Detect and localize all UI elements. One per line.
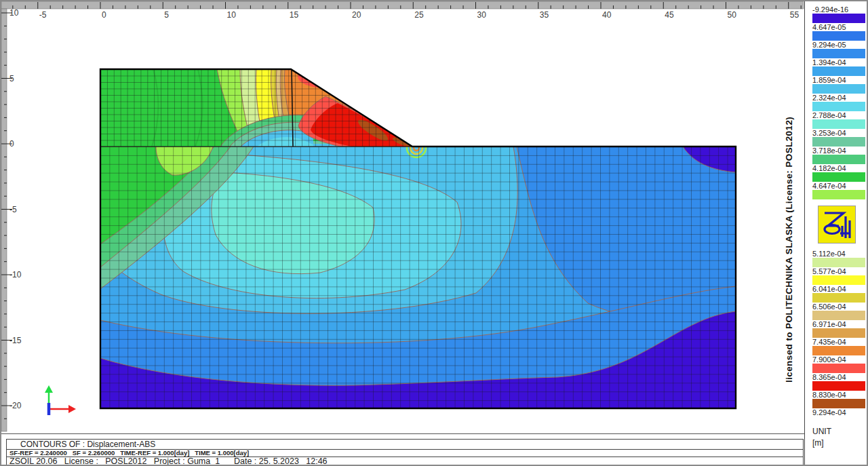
x-axis-arrow [68, 405, 76, 413]
legend-value: 6.506e-04 [812, 303, 868, 311]
svg-text:20: 20 [352, 10, 361, 20]
svg-text:15: 15 [290, 10, 299, 20]
legend-swatch [812, 258, 865, 267]
legend-value: 4.647e-04 [812, 182, 868, 190]
legend-value: 3.718e-04 [812, 147, 868, 155]
status-bar: CONTOURS OF : Displacement-ABS SF-REF = … [6, 439, 804, 465]
contours-of-label: CONTOURS OF : Displacement-ABS [7, 440, 803, 450]
legend-swatch [812, 364, 865, 373]
legend-swatch [812, 119, 865, 129]
legend-value: -9.294e-16 [812, 5, 868, 14]
legend-lower-block: 5.112e-045.577e-046.041e-046.506e-046.97… [805, 250, 868, 416]
app-window: -50510152025303540455055 -20-15-10-50510… [0, 0, 868, 466]
legend-value: 9.294e-04 [812, 408, 868, 416]
legend-swatch [812, 14, 865, 23]
left-ruler: -20-15-10-50510 [1, 8, 22, 431]
legend-swatch [812, 293, 865, 303]
svg-text:-5: -5 [9, 205, 17, 214]
license-banner: licensed to POLITECHNIKA SLASKA (License… [784, 60, 800, 383]
top-ruler: -50510152025303540455055 [1, 1, 804, 20]
legend-value: 5.577e-04 [812, 267, 868, 275]
legend-swatch [812, 102, 865, 111]
legend-swatch [812, 31, 865, 41]
legend-swatch [812, 66, 865, 76]
legend-swatch [812, 328, 865, 338]
legend-value: 8.365e-04 [812, 373, 868, 381]
svg-text:5: 5 [9, 74, 14, 83]
svg-text:5: 5 [164, 10, 169, 20]
svg-text:35: 35 [540, 10, 549, 20]
legend-value: 1.859e-04 [812, 76, 868, 84]
legend-value: 4.647e-05 [812, 23, 868, 31]
legend-panel: -9.294e-164.647e-059.294e-051.394e-041.8… [804, 1, 868, 466]
svg-text:30: 30 [477, 10, 487, 20]
legend-value: 6.971e-04 [812, 320, 868, 328]
unit-label: UNIT [812, 426, 868, 438]
legend-swatch [812, 137, 865, 147]
legend-value: 5.112e-04 [812, 250, 868, 258]
legend-swatch [812, 399, 865, 408]
legend-value: 2.324e-04 [812, 94, 868, 102]
app-version-project-info: ZSOIL 20.06 License : POSL2012 Project :… [7, 457, 803, 466]
legend-upper-block: -9.294e-164.647e-059.294e-051.394e-041.8… [805, 5, 868, 199]
y-axis-arrow [45, 385, 53, 393]
axes-triad-icon [45, 385, 76, 415]
legend-value: 1.394e-04 [812, 58, 868, 66]
svg-text:-5: -5 [39, 10, 47, 20]
legend-value: 9.294e-05 [812, 41, 868, 49]
svg-text:-20: -20 [9, 401, 22, 410]
legend-swatch [812, 49, 865, 58]
legend-swatch [812, 275, 865, 285]
legend-swatch [812, 190, 865, 199]
legend-value: 7.435e-04 [812, 338, 868, 346]
legend-value: 4.182e-04 [812, 164, 868, 172]
legend-value: 8.830e-04 [812, 391, 868, 399]
legend-value: 6.041e-04 [812, 285, 868, 293]
legend-unit-block: UNIT [m] [812, 426, 868, 449]
legend-swatch [812, 84, 865, 94]
plot-canvas[interactable]: -50510152025303540455055 -20-15-10-50510 [1, 1, 868, 466]
svg-text:-10: -10 [9, 270, 22, 279]
legend-swatch [812, 311, 865, 320]
legend-swatch [812, 155, 865, 164]
svg-text:40: 40 [602, 10, 612, 20]
legend-swatch [812, 172, 865, 182]
svg-text:0: 0 [102, 10, 106, 20]
unit-value: [m] [812, 438, 868, 449]
legend-value: 2.788e-04 [812, 111, 868, 119]
legend-swatch [812, 381, 865, 391]
svg-text:10: 10 [9, 8, 19, 18]
legend-swatch [812, 346, 865, 355]
svg-text:55: 55 [790, 10, 800, 20]
svg-text:-15: -15 [9, 336, 22, 345]
svg-text:50: 50 [728, 10, 737, 20]
svg-text:10: 10 [227, 10, 237, 20]
fe-mesh-overlay [100, 69, 736, 408]
svg-text:45: 45 [665, 10, 674, 20]
legend-value: 7.900e-04 [812, 355, 868, 364]
svg-text:25: 25 [414, 10, 424, 20]
canvas-bottom-border [1, 433, 804, 434]
zsoil-logo [818, 206, 856, 244]
safety-factor-time-info: SF-REF = 2.240000 SF = 2.260000 TIME-REF… [7, 450, 803, 457]
legend-value: 3.253e-04 [812, 129, 868, 137]
svg-text:0: 0 [9, 139, 14, 149]
